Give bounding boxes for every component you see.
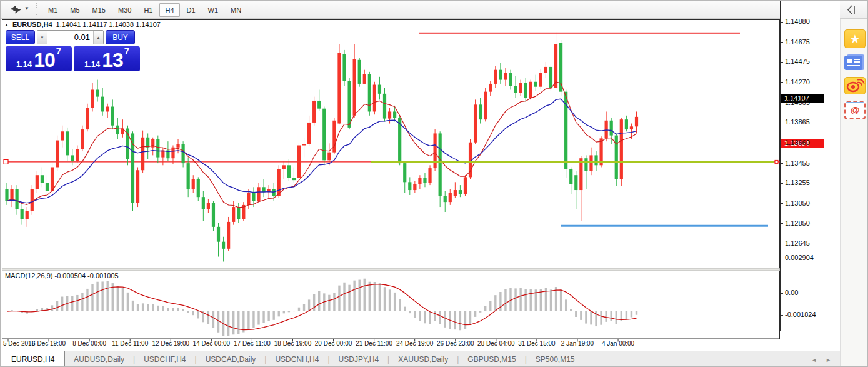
volume-input[interactable] — [47, 31, 93, 44]
sell-button[interactable]: SELL — [6, 30, 35, 44]
tab-eurusd-h4[interactable]: EURUSD,H4 — [1, 351, 65, 367]
favorites-star-icon[interactable]: ★ — [844, 29, 866, 48]
price-tick-label: 1.14880 — [785, 18, 810, 25]
toolbar-drag-handle[interactable] — [35, 3, 37, 16]
news-icon[interactable] — [844, 54, 866, 71]
price-tick-label: 1.13455 — [785, 159, 810, 167]
buy-button[interactable]: BUY — [106, 30, 135, 44]
tf-button-h1[interactable]: H1 — [138, 3, 158, 17]
time-tick-label: 5 Dec 2018 — [3, 340, 35, 347]
price-axis[interactable]: 1.14107 1.13654 1.148801.146751.144751.1… — [780, 1, 840, 331]
email-at-icon[interactable]: @ — [844, 101, 866, 119]
tab-usdcnh-h4[interactable]: USDCNH,H4 — [266, 351, 327, 367]
tf-button-mn[interactable]: MN — [225, 3, 247, 17]
price-tick-label: 0.002904 — [785, 254, 814, 261]
right-sidebar: ★ @ — [840, 19, 868, 367]
time-tick-label: 6 Dec 19:00 — [32, 340, 66, 347]
tab-usdcad-daily[interactable]: USDCAD,Daily — [197, 351, 265, 367]
axis-tick-mark — [781, 62, 783, 63]
tab-sp500-m15[interactable]: SP500,M15 — [527, 351, 584, 367]
ask-pipette: 7 — [124, 48, 129, 55]
tf-button-w1[interactable]: W1 — [202, 3, 224, 17]
price-tick-label: 1.13050 — [785, 199, 810, 207]
sell-price-display[interactable]: 1.14 10 7 — [6, 46, 72, 71]
time-tick-label: 14 Dec 00:00 — [193, 340, 231, 347]
scroll-left-icon[interactable]: ◄ — [811, 357, 817, 363]
axis-tick-mark — [781, 203, 783, 204]
time-tick-label: 8 Dec 00:00 — [72, 340, 106, 347]
chart-tool-icon[interactable] — [8, 4, 23, 15]
bid-big-digits: 10 — [34, 51, 55, 69]
bid-prefix: 1.14 — [16, 59, 32, 69]
time-axis: 5 Dec 20186 Dec 19:008 Dec 00:0011 Dec 1… — [2, 340, 780, 350]
chart-window[interactable]: ▲ EURUSD,H4 1.14041 1.14117 1.14038 1.14… — [1, 19, 840, 351]
axis-tick-mark — [781, 293, 783, 294]
tf-button-d1[interactable]: D1 — [181, 3, 201, 17]
axis-tick-mark — [781, 223, 783, 224]
price-tick-label: 1.13865 — [785, 118, 810, 126]
tab-usdjpy-h4[interactable]: USDJPY,H4 — [330, 351, 387, 367]
tab-gbpusd-m15[interactable]: GBPUSD,M15 — [459, 351, 524, 367]
tf-button-m5[interactable]: M5 — [64, 3, 85, 17]
time-tick-label: 31 Dec 15:00 — [518, 340, 556, 347]
tab-audusd-daily[interactable]: AUDUSD,Daily — [65, 351, 133, 367]
time-tick-label: 12 Dec 19:00 — [152, 340, 190, 347]
expand-triangle-icon: ▲ — [4, 23, 9, 27]
chart-title: ▲ EURUSD,H4 1.14041 1.14117 1.14038 1.14… — [4, 21, 161, 28]
time-tick-label: 24 Dec 19:00 — [396, 340, 434, 347]
tf-button-m30[interactable]: M30 — [112, 3, 137, 17]
axis-tick-mark — [781, 183, 783, 184]
price-tick-label: 1.13660 — [785, 139, 810, 146]
trading-platform-window: ▼ M1M5M15M30H1H4D1W1MN ▲ EURUSD,H4 1.140… — [0, 0, 868, 367]
ask-big-digits: 13 — [102, 51, 123, 69]
toolbar-separator — [196, 3, 196, 16]
axis-tick-mark — [781, 258, 783, 258]
volume-decrease-button[interactable]: ▼ — [37, 31, 47, 44]
chart-tab-bar: EURUSD,H4AUDUSD,Daily|USDCHF,H4|USDCAD,D… — [1, 351, 840, 367]
price-tick-label: 1.12645 — [785, 239, 810, 247]
price-tick-label: 1.14675 — [785, 38, 810, 46]
time-tick-label: 21 Dec 11:00 — [356, 340, 392, 347]
chevron-down-icon[interactable]: ▼ — [24, 6, 29, 11]
time-tick-label: 26 Dec 23:00 — [437, 340, 474, 347]
time-tick-label: 4 Jan 00:00 — [602, 340, 634, 347]
scroll-right-icon[interactable]: ► — [826, 357, 831, 363]
time-tick-label: 20 Dec 00:00 — [315, 340, 352, 347]
macd-indicator-label: MACD(12,26,9) -0.000504 -0.001005 — [5, 272, 119, 279]
axis-tick-mark — [781, 42, 783, 43]
time-tick-label: 17 Dec 11:00 — [234, 340, 271, 347]
axis-tick-mark — [781, 123, 783, 123]
symbol-period-label: EURUSD,H4 — [12, 21, 52, 28]
axis-tick-mark — [781, 103, 783, 103]
price-tick-label: 1.14065 — [785, 99, 810, 106]
time-tick-label: 18 Dec 19:00 — [274, 340, 312, 347]
axis-tick-mark — [781, 244, 783, 244]
axis-tick-mark — [781, 143, 783, 143]
volume-control: ▼ ▲ — [37, 30, 104, 44]
buy-price-display[interactable]: 1.14 13 7 — [74, 46, 140, 71]
timeframe-buttons: M1M5M15M30H1H4D1W1MN — [42, 3, 247, 17]
weibo-icon[interactable] — [844, 77, 866, 94]
time-tick-label: 28 Dec 04:00 — [477, 340, 515, 347]
price-tick-label: 1.12850 — [785, 219, 810, 227]
one-click-trade-panel: SELL ▼ ▲ BUY 1.14 10 7 1.14 13 7 — [6, 30, 140, 71]
volume-increase-button[interactable]: ▲ — [93, 31, 103, 44]
bid-pipette: 7 — [56, 48, 61, 55]
axis-tick-mark — [781, 315, 783, 316]
axis-tick-mark — [781, 163, 783, 164]
tf-button-m1[interactable]: M1 — [42, 3, 63, 17]
price-tick-label: 1.14475 — [785, 58, 810, 65]
tf-button-h4[interactable]: H4 — [159, 3, 179, 17]
time-tick-label: 11 Dec 11:00 — [112, 340, 148, 347]
time-tick-label: 2 Jan 19:00 — [561, 340, 594, 347]
tab-xauusd-daily[interactable]: XAUUSD,Daily — [389, 351, 457, 367]
ask-prefix: 1.14 — [84, 59, 100, 69]
collapse-sidebar-icon[interactable] — [846, 4, 861, 16]
price-tick-label: -0.001824 — [785, 311, 816, 318]
tab-usdchf-h4[interactable]: USDCHF,H4 — [135, 351, 194, 367]
price-tick-label: 0.00 — [785, 289, 798, 296]
top-toolbar: ▼ M1M5M15M30H1H4D1W1MN — [1, 1, 868, 19]
price-tick-label: 1.14270 — [785, 78, 810, 86]
axis-tick-mark — [781, 22, 783, 23]
tf-button-m15[interactable]: M15 — [87, 3, 111, 17]
